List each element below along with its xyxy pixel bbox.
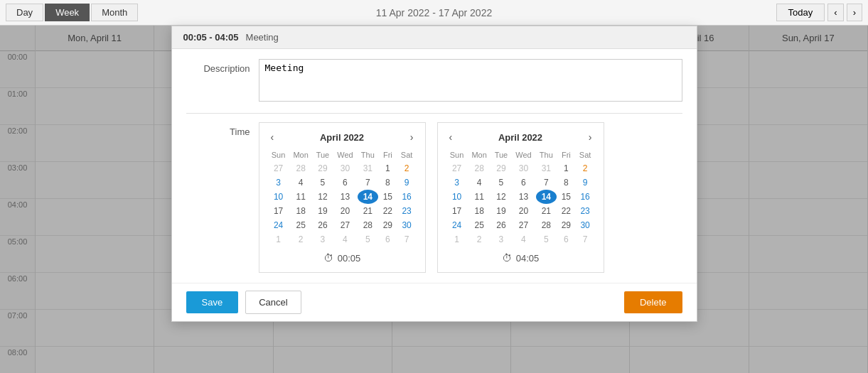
calendar-day[interactable]: 3 — [491, 232, 512, 247]
calendar-day[interactable]: 12 — [491, 190, 512, 204]
calendar-day[interactable]: 4 — [289, 175, 313, 190]
calendar-day[interactable]: 5 — [536, 232, 557, 247]
cal2-time-value[interactable]: 04:05 — [516, 253, 540, 264]
calendar-day[interactable]: 15 — [378, 190, 397, 204]
calendar-day[interactable]: 17 — [268, 204, 289, 218]
calendar-day[interactable]: 3 — [313, 232, 333, 247]
calendar-day[interactable]: 21 — [358, 204, 378, 218]
calendar-day[interactable]: 3 — [446, 175, 468, 190]
calendar-day[interactable]: 31 — [536, 161, 557, 175]
calendar-day[interactable]: 27 — [511, 218, 536, 232]
calendar-day[interactable]: 2 — [576, 161, 595, 175]
calendar-day[interactable]: 16 — [397, 190, 417, 204]
cal1-next-button[interactable]: › — [407, 131, 417, 143]
calendar-day[interactable]: 30 — [397, 218, 417, 232]
view-week-button[interactable]: Week — [45, 4, 90, 21]
calendar-day[interactable]: 24 — [446, 218, 468, 232]
calendar-day[interactable]: 5 — [491, 175, 512, 190]
calendar-day[interactable]: 25 — [289, 218, 313, 232]
calendar-day[interactable]: 14 — [536, 190, 557, 204]
view-day-button[interactable]: Day — [6, 4, 43, 21]
calendar-day[interactable]: 28 — [536, 218, 557, 232]
calendar-day[interactable]: 6 — [378, 232, 397, 247]
calendar-day[interactable]: 9 — [576, 175, 595, 190]
calendar-day[interactable]: 10 — [268, 190, 289, 204]
calendar-day[interactable]: 22 — [378, 204, 397, 218]
calendar-day[interactable]: 20 — [333, 204, 358, 218]
calendar-day[interactable]: 25 — [468, 218, 491, 232]
calendar-day[interactable]: 26 — [491, 218, 512, 232]
calendar-day[interactable]: 11 — [468, 190, 491, 204]
calendar-day[interactable]: 27 — [446, 161, 468, 175]
calendar-day[interactable]: 20 — [511, 204, 536, 218]
calendar-day[interactable]: 16 — [576, 190, 595, 204]
save-button[interactable]: Save — [186, 291, 239, 313]
next-button[interactable]: › — [847, 4, 862, 21]
description-input[interactable]: Meeting — [259, 59, 682, 102]
calendar-day[interactable]: 23 — [397, 204, 417, 218]
calendar-day[interactable]: 3 — [268, 175, 289, 190]
calendar-day[interactable]: 8 — [378, 175, 397, 190]
calendar-day[interactable]: 23 — [576, 204, 595, 218]
cal2-next-button[interactable]: › — [586, 131, 595, 143]
calendar-day[interactable]: 11 — [289, 190, 313, 204]
calendar-day[interactable]: 28 — [289, 161, 313, 175]
cancel-button[interactable]: Cancel — [245, 291, 301, 314]
calendar-day[interactable]: 2 — [397, 161, 417, 175]
calendar-day[interactable]: 30 — [333, 161, 358, 175]
cal2-prev-button[interactable]: ‹ — [446, 131, 456, 143]
calendar-day[interactable]: 1 — [446, 232, 468, 247]
calendar-day[interactable]: 7 — [576, 232, 595, 247]
calendar-day[interactable]: 5 — [358, 232, 378, 247]
calendar-day[interactable]: 7 — [536, 175, 557, 190]
delete-button[interactable]: Delete — [624, 291, 682, 313]
calendar-day[interactable]: 14 — [358, 190, 378, 204]
calendar-day[interactable]: 30 — [511, 161, 536, 175]
calendar-day[interactable]: 17 — [446, 204, 468, 218]
calendar-day[interactable]: 4 — [511, 232, 536, 247]
calendar-day[interactable]: 1 — [557, 161, 576, 175]
calendar-day[interactable]: 22 — [557, 204, 576, 218]
calendar-day[interactable]: 1 — [378, 161, 397, 175]
calendar-day[interactable]: 6 — [557, 232, 576, 247]
calendar-day[interactable]: 13 — [333, 190, 358, 204]
calendar-day[interactable]: 2 — [468, 232, 491, 247]
calendar-day[interactable]: 27 — [333, 218, 358, 232]
calendar-day[interactable]: 4 — [468, 175, 491, 190]
calendar-day[interactable]: 24 — [268, 218, 289, 232]
calendar-day[interactable]: 29 — [313, 161, 333, 175]
calendar-day[interactable]: 8 — [557, 175, 576, 190]
calendar-day[interactable]: 19 — [313, 204, 333, 218]
calendar-day[interactable]: 19 — [491, 204, 512, 218]
cal1-time-value[interactable]: 00:05 — [338, 253, 361, 264]
calendar-day[interactable]: 9 — [397, 175, 417, 190]
calendar-day[interactable]: 29 — [491, 161, 512, 175]
calendar-day[interactable]: 1 — [268, 232, 289, 247]
calendar-day[interactable]: 5 — [313, 175, 333, 190]
calendar-day[interactable]: 18 — [289, 204, 313, 218]
calendar-day[interactable]: 7 — [358, 175, 378, 190]
calendar-day[interactable]: 31 — [358, 161, 378, 175]
cal1-prev-button[interactable]: ‹ — [268, 131, 277, 143]
calendar-day[interactable]: 6 — [511, 175, 536, 190]
prev-button[interactable]: ‹ — [827, 4, 843, 21]
calendar-day[interactable]: 21 — [536, 204, 557, 218]
calendar-day[interactable]: 6 — [333, 175, 358, 190]
calendar-day[interactable]: 10 — [446, 190, 468, 204]
calendar-day[interactable]: 18 — [468, 204, 491, 218]
calendar-day[interactable]: 27 — [268, 161, 289, 175]
calendar-day[interactable]: 15 — [557, 190, 576, 204]
calendar-day[interactable]: 29 — [557, 218, 576, 232]
calendar-day[interactable]: 12 — [313, 190, 333, 204]
calendar-day[interactable]: 29 — [378, 218, 397, 232]
calendar-day[interactable]: 13 — [511, 190, 536, 204]
view-month-button[interactable]: Month — [91, 4, 138, 21]
calendar-day[interactable]: 30 — [576, 218, 595, 232]
calendar-day[interactable]: 2 — [289, 232, 313, 247]
calendar-day[interactable]: 4 — [333, 232, 358, 247]
today-button[interactable]: Today — [776, 4, 825, 21]
calendar-day[interactable]: 26 — [313, 218, 333, 232]
calendar-day[interactable]: 28 — [358, 218, 378, 232]
calendar-day[interactable]: 7 — [397, 232, 417, 247]
calendar-day[interactable]: 28 — [468, 161, 491, 175]
